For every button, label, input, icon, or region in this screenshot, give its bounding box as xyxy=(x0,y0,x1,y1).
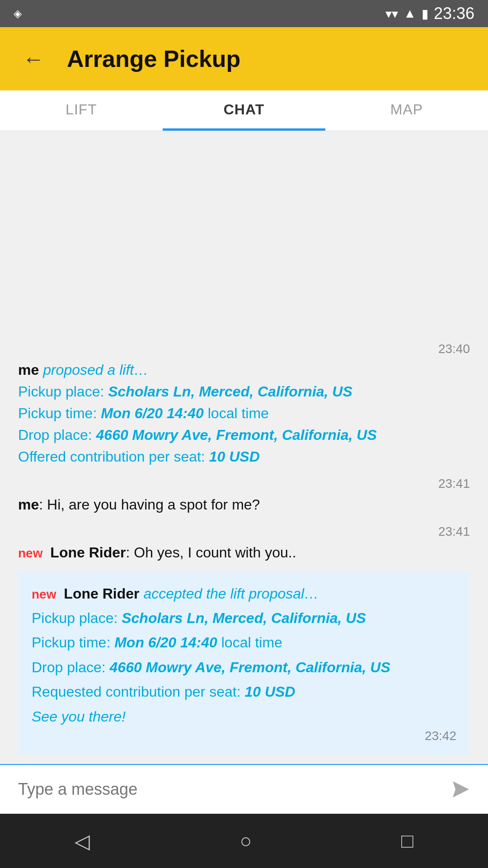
tab-bar: LIFT CHAT MAP xyxy=(0,90,488,131)
message-2: 23:41 me: Hi, are you having a spot for … xyxy=(18,476,470,515)
message-input[interactable] xyxy=(18,780,443,799)
nav-home-button[interactable]: ○ xyxy=(226,825,265,857)
timestamp-2: 23:41 xyxy=(18,476,470,491)
status-time: 23:36 xyxy=(434,4,474,23)
back-button[interactable]: ← xyxy=(18,42,49,76)
header: ← Arrange Pickup xyxy=(0,27,488,90)
nav-recent-button[interactable]: □ xyxy=(388,825,427,857)
app-icon: ◈ xyxy=(14,7,22,20)
new-badge-3: new xyxy=(18,546,42,560)
status-bar: ◈ ▾▾ ▲ ▮ 23:36 xyxy=(0,0,488,27)
send-icon xyxy=(451,779,471,799)
timestamp-3: 23:41 xyxy=(18,524,470,539)
signal-icon: ▲ xyxy=(404,6,416,21)
nav-bar: ◁ ○ □ xyxy=(0,814,488,868)
new-badge-4: new xyxy=(32,587,56,601)
message-text-2: me: Hi, are you having a spot for me? xyxy=(18,494,470,515)
message-text-3: new Lone Rider: Oh yes, I count with you… xyxy=(18,542,470,563)
message-input-container xyxy=(0,764,488,814)
send-button[interactable] xyxy=(443,771,479,807)
tab-lift[interactable]: LIFT xyxy=(0,90,163,131)
nav-back-button[interactable]: ◁ xyxy=(61,825,103,857)
tab-map[interactable]: MAP xyxy=(325,90,488,131)
tab-chat[interactable]: CHAT xyxy=(163,90,325,131)
message-text-4: new Lone Rider accepted the lift proposa… xyxy=(32,581,456,729)
chat-area: 23:40 me proposed a lift… Pickup place: … xyxy=(0,131,488,764)
page-title: Arrange Pickup xyxy=(67,45,240,72)
battery-icon: ▮ xyxy=(422,6,428,21)
svg-marker-0 xyxy=(453,781,469,797)
message-3: 23:41 new Lone Rider: Oh yes, I count wi… xyxy=(18,524,470,563)
timestamp-1: 23:40 xyxy=(18,342,470,356)
message-text-1: me proposed a lift… Pickup place: Schola… xyxy=(18,359,470,467)
timestamp-4: 23:42 xyxy=(32,729,456,743)
message-4: new Lone Rider accepted the lift proposa… xyxy=(18,572,470,755)
wifi-icon: ▾▾ xyxy=(385,6,398,21)
message-1: 23:40 me proposed a lift… Pickup place: … xyxy=(18,342,470,467)
